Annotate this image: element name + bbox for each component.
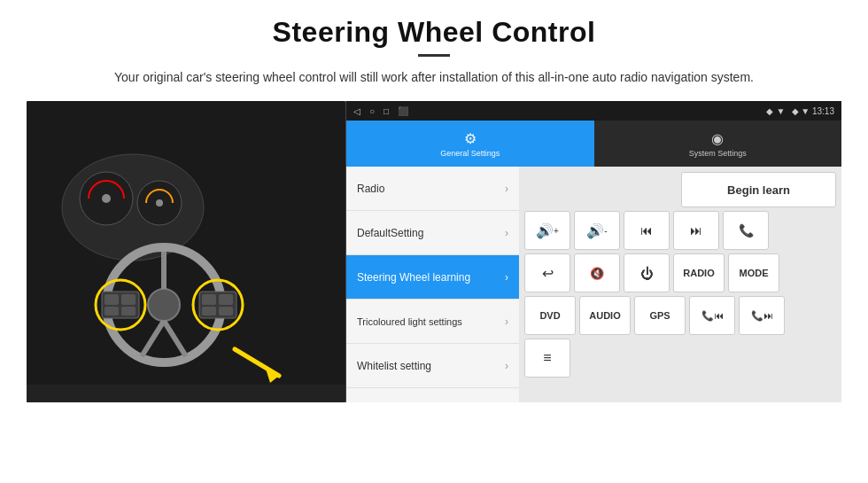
list-button[interactable]: ≡ bbox=[524, 339, 570, 378]
call-answer-button[interactable]: ↩ bbox=[524, 253, 570, 292]
left-menu: Radio › DefaultSetting › Steering Wheel … bbox=[346, 167, 519, 402]
location-icon: ◆ bbox=[766, 106, 773, 116]
signal-icon: ▼ bbox=[777, 106, 786, 116]
svg-rect-15 bbox=[121, 307, 136, 316]
svg-rect-14 bbox=[121, 294, 136, 305]
android-ui: ◁ ○ □ ⬛ ◆ ▼ ◆ ▼ 13:13 ⚙ General Settings bbox=[345, 101, 841, 402]
menu-item-default-label: DefaultSetting bbox=[357, 227, 423, 239]
menu-item-whitelist-label: Whitelist setting bbox=[357, 360, 431, 372]
svg-rect-17 bbox=[202, 294, 216, 305]
svg-rect-18 bbox=[202, 307, 216, 316]
clock: ◆ ▼ 13:13 bbox=[792, 106, 834, 116]
radio-button[interactable]: RADIO bbox=[673, 253, 725, 292]
tab-system-settings[interactable]: ◉ System Settings bbox=[594, 121, 842, 167]
menu-item-default-arrow: › bbox=[505, 227, 508, 239]
menu-item-whitelist[interactable]: Whitelist setting › bbox=[346, 344, 519, 388]
svg-point-4 bbox=[102, 194, 111, 203]
recents-icon[interactable]: □ bbox=[384, 106, 389, 116]
gear-icon: ⚙ bbox=[464, 130, 477, 147]
menu-item-tricoloured-label: Tricoloured light settings bbox=[357, 316, 462, 328]
right-row-3: DVD AUDIO GPS 📞⏮ 📞⏭ bbox=[524, 296, 836, 335]
page-wrapper: Steering Wheel Control Your original car… bbox=[0, 0, 868, 483]
right-row-0: Begin learn bbox=[524, 172, 836, 207]
power-button[interactable]: ⏻ bbox=[624, 253, 670, 292]
screenshot-icon[interactable]: ⬛ bbox=[398, 106, 408, 116]
svg-point-7 bbox=[148, 289, 180, 321]
vol-up-button[interactable]: 🔊+ bbox=[524, 211, 570, 250]
menu-item-whitelist-arrow: › bbox=[505, 360, 508, 372]
tab-general-label: General Settings bbox=[440, 149, 500, 158]
tab-system-label: System Settings bbox=[689, 149, 747, 158]
content-row: ◁ ○ □ ⬛ ◆ ▼ ◆ ▼ 13:13 ⚙ General Settings bbox=[27, 101, 841, 402]
globe-icon: ◉ bbox=[711, 130, 724, 147]
svg-point-5 bbox=[156, 199, 163, 206]
menu-item-tricoloured-arrow: › bbox=[505, 316, 508, 328]
page-subtitle: Your original car's steering wheel contr… bbox=[114, 67, 754, 87]
menu-item-default-setting[interactable]: DefaultSetting › bbox=[346, 211, 519, 255]
menu-item-steering-label: Steering Wheel learning bbox=[357, 271, 470, 284]
menu-item-steering-arrow: › bbox=[505, 271, 508, 284]
prev-track-button[interactable]: ⏮ bbox=[624, 211, 670, 250]
status-bar-nav-icons: ◁ ○ □ ⬛ bbox=[353, 106, 408, 116]
gps-button[interactable]: GPS bbox=[634, 296, 686, 335]
menu-item-radio-label: Radio bbox=[357, 183, 384, 195]
next-track-button[interactable]: ⏭ bbox=[673, 211, 719, 250]
mute-button[interactable]: 🔇 bbox=[574, 253, 620, 292]
empty-cell-0 bbox=[524, 172, 678, 207]
menu-item-steering-wheel[interactable]: Steering Wheel learning › bbox=[346, 255, 519, 300]
svg-rect-20 bbox=[219, 307, 233, 316]
right-row-2: ↩ 🔇 ⏻ RADIO MODE bbox=[524, 253, 836, 292]
page-title: Steering Wheel Control bbox=[273, 16, 596, 49]
mode-button[interactable]: MODE bbox=[728, 253, 779, 292]
phone-next-button[interactable]: 📞⏭ bbox=[739, 296, 785, 335]
menu-item-tricoloured[interactable]: Tricoloured light settings › bbox=[346, 300, 519, 344]
main-area: Radio › DefaultSetting › Steering Wheel … bbox=[346, 167, 841, 402]
svg-rect-13 bbox=[105, 307, 119, 316]
right-row-1: 🔊+ 🔊- ⏮ ⏭ 📞 bbox=[524, 211, 836, 250]
title-divider bbox=[418, 54, 450, 57]
status-bar: ◁ ○ □ ⬛ ◆ ▼ ◆ ▼ 13:13 bbox=[346, 101, 841, 121]
tab-bar: ⚙ General Settings ◉ System Settings bbox=[346, 121, 841, 167]
svg-rect-25 bbox=[27, 385, 345, 402]
menu-item-radio[interactable]: Radio › bbox=[346, 167, 519, 211]
begin-learn-button[interactable]: Begin learn bbox=[681, 172, 836, 207]
steering-wheel-svg bbox=[27, 101, 345, 402]
svg-rect-19 bbox=[219, 294, 233, 305]
vol-down-button[interactable]: 🔊- bbox=[574, 211, 620, 250]
dvd-button[interactable]: DVD bbox=[524, 296, 576, 335]
car-image-section bbox=[27, 101, 345, 402]
svg-rect-12 bbox=[105, 294, 119, 305]
back-icon[interactable]: ◁ bbox=[353, 106, 360, 116]
audio-button[interactable]: AUDIO bbox=[579, 296, 631, 335]
phone-prev-button[interactable]: 📞⏮ bbox=[689, 296, 735, 335]
car-background bbox=[27, 101, 345, 402]
status-bar-right: ◆ ▼ ◆ ▼ 13:13 bbox=[766, 106, 834, 116]
menu-item-radio-arrow: › bbox=[505, 183, 508, 195]
tab-general-settings[interactable]: ⚙ General Settings bbox=[346, 121, 594, 167]
right-row-4: ≡ bbox=[524, 339, 836, 378]
right-panel: Begin learn 🔊+ 🔊- ⏮ ⏭ 📞 ↩ 🔇 ⏻ bbox=[519, 167, 841, 402]
phone-button[interactable]: 📞 bbox=[723, 211, 769, 250]
home-icon[interactable]: ○ bbox=[369, 106, 375, 116]
